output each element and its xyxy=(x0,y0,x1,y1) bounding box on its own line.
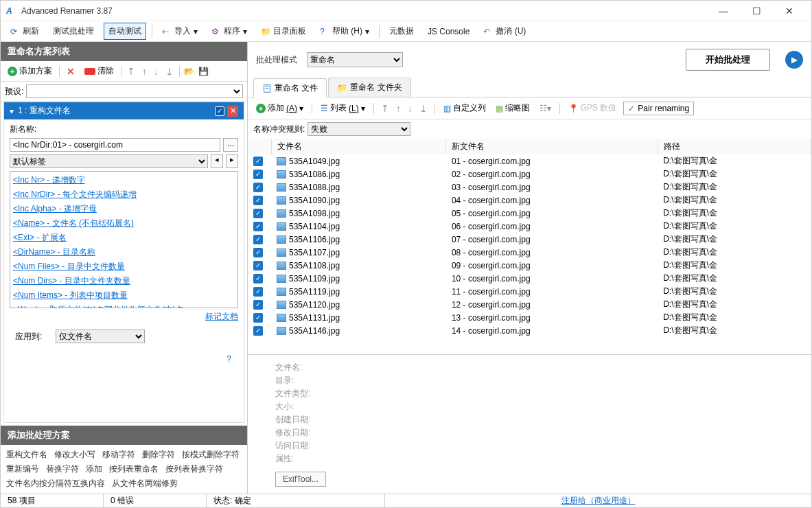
row-checkbox[interactable]: ✓ xyxy=(253,300,263,310)
pair-renaming-toggle[interactable]: ✓Pair renaming xyxy=(623,102,694,115)
add-method-item[interactable]: 添加 xyxy=(86,463,102,475)
menu-program[interactable]: ⚙程序 ▾ xyxy=(207,23,251,39)
row-checkbox[interactable]: ✓ xyxy=(253,313,263,323)
file-move-top-button[interactable]: ⤒ xyxy=(380,103,391,114)
col-path[interactable]: 路径 xyxy=(658,139,811,154)
tab-files[interactable]: 重命名 文件 xyxy=(253,78,327,97)
table-row[interactable]: ✓ 535A1104.jpg 06 - cosergirl.com.jpgD:\… xyxy=(248,220,811,233)
maximize-button[interactable]: ☐ xyxy=(745,5,767,16)
tag-link[interactable]: <Inc NrDir> - 每个文件夹编码递增 xyxy=(13,187,235,202)
tag-link[interactable]: <Ext> - 扩展名 xyxy=(13,231,235,245)
file-move-up-button[interactable]: ↑ xyxy=(395,103,402,114)
table-row[interactable]: ✓ 535A1119.jpg 11 - cosergirl.com.jpgD:\… xyxy=(248,285,811,298)
tab-folders[interactable]: 📁 重命名 文件夹 xyxy=(328,78,410,97)
tag-link[interactable]: <Inc Nr> - 递增数字 xyxy=(13,173,235,187)
open-folder-button[interactable]: 📂 xyxy=(184,67,194,76)
menu-test-batch[interactable]: 测试批处理 xyxy=(49,23,98,39)
table-row[interactable]: ✓ 535A1109.jpg 10 - cosergirl.com.jpgD:\… xyxy=(248,272,811,285)
tag-link[interactable]: <Word> - 取原文件(夹)名部分做为新文件(夹)名 xyxy=(13,303,235,308)
file-move-down-button[interactable]: ↓ xyxy=(406,103,414,114)
row-checkbox[interactable]: ✓ xyxy=(253,326,263,336)
file-move-bottom-button[interactable]: ⤓ xyxy=(418,103,429,114)
preset-select[interactable] xyxy=(26,84,243,98)
table-row[interactable]: ✓ 535A1107.jpg 08 - cosergirl.com.jpgD:\… xyxy=(248,246,811,259)
row-checkbox[interactable]: ✓ xyxy=(253,196,263,205)
table-row[interactable]: ✓ 535A1106.jpg 07 - cosergirl.com.jpgD:\… xyxy=(248,233,811,246)
menu-metadata[interactable]: 元数据 xyxy=(385,23,418,39)
new-name-input[interactable] xyxy=(10,138,220,152)
move-top-button[interactable]: ⤒ xyxy=(126,66,137,77)
thumbnails-button[interactable]: ▦缩略图 xyxy=(493,101,533,115)
col-filename[interactable]: 文件名 xyxy=(271,139,446,154)
table-row[interactable]: ✓ 535A1131.jpg 13 - cosergirl.com.jpgD:\… xyxy=(248,311,811,324)
menu-auto-test[interactable]: 自动测试 xyxy=(104,23,146,40)
col-newname[interactable]: 新文件名 xyxy=(446,139,658,154)
add-method-item[interactable]: 按模式删除字符 xyxy=(182,449,240,461)
add-method-item[interactable]: 移动字符 xyxy=(102,449,135,461)
tag-next-button[interactable]: ▸ xyxy=(226,154,238,168)
row-checkbox[interactable]: ✓ xyxy=(253,183,263,192)
add-method-item[interactable]: 按列表替换字符 xyxy=(165,463,223,475)
table-row[interactable]: ✓ 535A1049.jpg 01 - cosergirl.com.jpgD:\… xyxy=(248,154,811,168)
table-row[interactable]: ✓ 535A1146.jpg 14 - cosergirl.com.jpgD:\… xyxy=(248,324,811,337)
start-batch-button[interactable]: 开始批处理 xyxy=(686,49,770,71)
add-method-item[interactable]: 重构文件名 xyxy=(6,449,47,461)
name-picker-button[interactable]: ... xyxy=(223,138,238,152)
method-close-button[interactable]: ✕ xyxy=(227,106,238,117)
apply-to-select[interactable]: 仅文件名 xyxy=(56,330,145,343)
row-checkbox[interactable]: ✓ xyxy=(253,157,263,166)
row-checkbox[interactable]: ✓ xyxy=(253,287,263,297)
tag-link[interactable]: <Num Dirs> - 目录中文件夹数量 xyxy=(13,274,235,288)
batch-mode-select[interactable]: 重命名 xyxy=(307,52,403,67)
add-method-item[interactable]: 从文件名两端修剪 xyxy=(112,478,178,489)
add-method-item[interactable]: 删除字符 xyxy=(142,449,175,461)
tag-prev-button[interactable]: ◂ xyxy=(211,154,223,168)
menu-refresh[interactable]: ⟳刷新 xyxy=(6,23,43,39)
table-row[interactable]: ✓ 535A1088.jpg 03 - cosergirl.com.jpgD:\… xyxy=(248,181,811,194)
add-files-button[interactable]: +添加 (A) ▾ xyxy=(253,101,306,115)
method-header[interactable]: ▾ 1 : 重构文件名 ✓ ✕ xyxy=(4,102,244,119)
clear-methods-button[interactable]: 清除 xyxy=(82,64,117,78)
col-check[interactable] xyxy=(248,139,271,154)
row-checkbox[interactable]: ✓ xyxy=(253,248,263,257)
menu-help[interactable]: ?帮助 (H) ▾ xyxy=(316,23,373,39)
file-table-wrap[interactable]: 文件名 新文件名 路径 ✓ 535A1049.jpg 01 - cosergir… xyxy=(248,139,811,355)
menu-js-console[interactable]: JS Console xyxy=(424,25,474,38)
add-method-item[interactable]: 文件名内按分隔符互换内容 xyxy=(6,478,105,489)
tag-link[interactable]: <Num Items> - 列表中项目数量 xyxy=(13,288,235,303)
row-checkbox[interactable]: ✓ xyxy=(253,222,263,231)
row-checkbox[interactable]: ✓ xyxy=(253,235,263,244)
close-button[interactable]: ✕ xyxy=(778,5,800,16)
table-row[interactable]: ✓ 535A1086.jpg 02 - cosergirl.com.jpgD:\… xyxy=(248,168,811,181)
table-row[interactable]: ✓ 535A1108.jpg 09 - cosergirl.com.jpgD:\… xyxy=(248,259,811,272)
tag-category-select[interactable]: 默认标签 xyxy=(10,154,208,168)
add-method-button[interactable]: +添加方案 xyxy=(5,64,55,78)
table-row[interactable]: ✓ 535A1090.jpg 04 - cosergirl.com.jpgD:\… xyxy=(248,194,811,207)
move-up-button[interactable]: ↑ xyxy=(141,66,148,77)
save-button[interactable]: 💾 xyxy=(198,67,209,76)
table-row[interactable]: ✓ 535A1098.jpg 05 - cosergirl.com.jpgD:\… xyxy=(248,207,811,220)
delete-method-button[interactable]: ✕ xyxy=(64,65,78,78)
gps-button[interactable]: 📍GPS 数值 xyxy=(566,101,620,115)
menu-undo[interactable]: ↶撤消 (U) xyxy=(479,23,530,39)
register-link[interactable]: 注册给（商业用途） xyxy=(561,495,636,507)
menu-import[interactable]: ⇠导入 ▾ xyxy=(158,23,202,39)
tag-link[interactable]: <Inc Alpha> - 递增字母 xyxy=(13,202,235,216)
menu-folder-panel[interactable]: 📁目录面板 xyxy=(257,23,310,39)
play-icon[interactable]: ▶ xyxy=(785,51,803,69)
conflict-select[interactable]: 失败 xyxy=(308,122,410,136)
row-checkbox[interactable]: ✓ xyxy=(253,274,263,284)
tag-link[interactable]: <Num Files> - 目录中文件数量 xyxy=(13,259,235,274)
add-method-item[interactable]: 按列表重命名 xyxy=(109,463,159,475)
list-menu-button[interactable]: ☰列表 (L) ▾ xyxy=(318,101,368,115)
tag-link[interactable]: <Name> - 文件名 (不包括拓展名) xyxy=(13,216,235,231)
row-checkbox[interactable]: ✓ xyxy=(253,170,263,179)
tag-doc-link[interactable]: 标记文档 xyxy=(205,312,238,321)
row-checkbox[interactable]: ✓ xyxy=(253,261,263,270)
row-checkbox[interactable]: ✓ xyxy=(253,209,263,218)
collapse-icon[interactable]: ▾ xyxy=(10,106,14,116)
move-down-button[interactable]: ↓ xyxy=(152,66,160,77)
add-method-item[interactable]: 替换字符 xyxy=(46,463,79,475)
table-row[interactable]: ✓ 535A1120.jpg 12 - cosergirl.com.jpgD:\… xyxy=(248,298,811,311)
add-method-item[interactable]: 修改大小写 xyxy=(54,449,95,461)
